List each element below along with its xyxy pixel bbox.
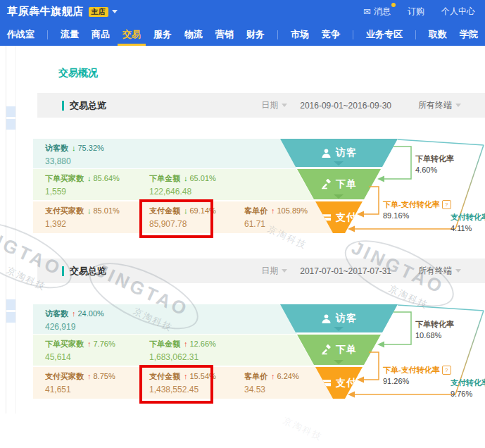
metric-pay-buyers: 支付买家数↑8.75% 41,651 bbox=[45, 371, 115, 394]
main-nav: 作战室 流量 商品 交易 服务 物流 营销 财务 市场 竞争 业务专区 取数 学… bbox=[0, 23, 485, 46]
card-icon bbox=[321, 378, 332, 388]
nav-item-war-room[interactable]: 作战室 bbox=[7, 23, 34, 46]
metric-order-buyers: 下单买家数↑7.76% 45,614 bbox=[45, 339, 115, 362]
pay-rate-value: 4.11% bbox=[451, 224, 472, 232]
trend-arrow: ↑ bbox=[87, 372, 92, 380]
nav-separator bbox=[415, 30, 416, 39]
notification-dot bbox=[391, 3, 396, 7]
metric-order-amount: 下单金额↑12.66% 1,683,062.31 bbox=[149, 339, 216, 362]
chevron-down-icon bbox=[455, 104, 461, 107]
trend-arrow: ↑ bbox=[72, 309, 76, 318]
section-title: 交易总览 bbox=[70, 265, 106, 278]
chevron-down-icon bbox=[282, 104, 287, 107]
terminal-filter-dropdown[interactable]: 所有终端 bbox=[418, 99, 461, 111]
pay-rate-label: 支付转化率 bbox=[451, 378, 485, 388]
messages-link[interactable]: ✉ 消息 bbox=[363, 6, 391, 18]
order-pay-rate-label: 下单-支付转化率 bbox=[383, 365, 451, 375]
date-filter-dropdown[interactable]: 日期 bbox=[261, 99, 287, 111]
main-shop-badge: 主店 bbox=[89, 7, 108, 17]
nav-item-competition[interactable]: 竞争 bbox=[322, 23, 340, 46]
trend-arrow: ↑ bbox=[184, 340, 188, 348]
nav-item-finance[interactable]: 财务 bbox=[246, 23, 265, 46]
gavel-icon bbox=[321, 344, 332, 355]
help-icon[interactable] bbox=[442, 366, 451, 375]
orders-label: 订购 bbox=[408, 6, 424, 18]
metric-order-buyers: 下单买家数↓85.64% 1,559 bbox=[45, 173, 120, 197]
nav-item-logistics[interactable]: 物流 bbox=[184, 23, 203, 46]
metric-value: 1,559 bbox=[45, 187, 120, 197]
shop-name: 草原犇牛旗舰店 bbox=[7, 5, 84, 18]
pay-rate-value: 9.76% bbox=[451, 390, 472, 398]
nav-item-traffic[interactable]: 流量 bbox=[61, 23, 79, 46]
section-header: 交易总览 日期 2017-07-01~2017-07-31 所有终端 bbox=[37, 259, 485, 283]
order-rate-value: 4.60% bbox=[415, 166, 437, 174]
nav-item-marketing[interactable]: 营销 bbox=[215, 23, 234, 46]
metric-order-amount: 下单金额↓65.01% 122,646.48 bbox=[149, 173, 216, 197]
chevron-down-icon bbox=[334, 360, 344, 364]
orders-link[interactable]: 订购 bbox=[408, 6, 424, 18]
metric-value: 1,683,062.31 bbox=[149, 352, 216, 362]
section-controls: 日期 2016-09-01~2016-09-30 所有终端 bbox=[261, 99, 461, 111]
conversion-funnel: 访客 下单 支付 bbox=[280, 139, 398, 233]
personal-center-link[interactable]: 个人中心 bbox=[441, 6, 475, 18]
metric-visitors: 访客数↑24.00% 426,919 bbox=[45, 309, 104, 332]
gavel-icon bbox=[321, 179, 332, 189]
personal-center-label: 个人中心 bbox=[441, 6, 475, 18]
terminal-filter-dropdown[interactable]: 所有终端 bbox=[418, 265, 461, 277]
order-pay-rate-value: 89.16% bbox=[383, 211, 409, 220]
date-filter-dropdown[interactable]: 日期 bbox=[261, 265, 287, 277]
pay-rate-label: 支付转化率 bbox=[451, 212, 485, 223]
date-range-value[interactable]: 2017-07-01~2017-07-31 bbox=[300, 266, 391, 276]
trend-arrow: ↑ bbox=[87, 340, 92, 348]
help-icon[interactable] bbox=[442, 200, 451, 209]
section-title: 交易总览 bbox=[70, 99, 106, 112]
trend-arrow: ↓ bbox=[184, 174, 188, 182]
nav-item-products[interactable]: 商品 bbox=[92, 23, 110, 46]
pay-amount-highlight-box bbox=[139, 199, 213, 238]
messages-label: 消息 bbox=[374, 6, 391, 18]
date-range-value[interactable]: 2016-09-01~2016-09-30 bbox=[300, 101, 391, 111]
metric-value: 41,651 bbox=[45, 385, 115, 394]
nav-separator bbox=[47, 30, 48, 39]
person-icon bbox=[321, 313, 332, 324]
pay-amount-highlight-box bbox=[139, 365, 213, 404]
chevron-down-icon bbox=[334, 194, 344, 199]
trend-arrow: ↓ bbox=[72, 144, 76, 152]
nav-item-data-extract[interactable]: 取数 bbox=[429, 23, 447, 46]
funnel-stage-pay: 支付 bbox=[280, 367, 398, 399]
metric-value: 122,646.48 bbox=[149, 187, 216, 197]
top-bar-right: ✉ 消息 订购 个人中心 bbox=[363, 6, 475, 18]
section-accent-bar bbox=[62, 266, 64, 276]
card-icon bbox=[321, 212, 332, 223]
trend-arrow: ↑ bbox=[271, 372, 275, 380]
transaction-overview-section-2: 交易总览 日期 2017-07-01~2017-07-31 所有终端 访客数↑2… bbox=[0, 259, 485, 408]
chevron-down-icon bbox=[334, 327, 344, 331]
page-title: 交易概况 bbox=[58, 67, 98, 80]
metric-pay-buyers: 支付买家数↓85.01% 1,392 bbox=[45, 206, 120, 229]
nav-separator bbox=[353, 30, 353, 39]
order-pay-rate-label: 下单-支付转化率 bbox=[383, 199, 451, 210]
metric-value: 426,919 bbox=[45, 322, 104, 332]
nav-item-transactions[interactable]: 交易 bbox=[122, 23, 141, 46]
mail-icon: ✉ bbox=[363, 6, 371, 17]
shop-switcher[interactable]: 草原犇牛旗舰店 主店 bbox=[7, 5, 118, 18]
order-rate-label: 下单转化率 bbox=[415, 319, 454, 330]
chevron-down-icon bbox=[112, 10, 118, 13]
trend-arrow: ↓ bbox=[87, 206, 92, 215]
nav-item-market[interactable]: 市场 bbox=[291, 23, 309, 46]
nav-separator bbox=[277, 30, 278, 39]
conversion-funnel: 访客 下单 支付 bbox=[280, 304, 398, 399]
dashboard-page: 草原犇牛旗舰店 主店 ✉ 消息 订购 个人中心 作战室 流量 商品 交易 服务 … bbox=[0, 0, 485, 448]
transaction-overview-section-1: 交易总览 日期 2016-09-01~2016-09-30 所有终端 访客数↓7… bbox=[0, 93, 485, 242]
metric-visitors: 访客数↓75.32% 33,880 bbox=[45, 143, 104, 166]
person-icon bbox=[321, 148, 332, 158]
nav-item-service[interactable]: 服务 bbox=[153, 23, 172, 46]
section-header: 交易总览 日期 2016-09-01~2016-09-30 所有终端 bbox=[37, 93, 485, 118]
nav-item-business-zone[interactable]: 业务专区 bbox=[366, 23, 403, 46]
nav-item-academy[interactable]: 学院 bbox=[460, 23, 478, 46]
order-rate-value: 10.68% bbox=[415, 331, 441, 340]
order-pay-rate-value: 91.26% bbox=[383, 377, 409, 385]
trend-arrow: ↑ bbox=[271, 206, 275, 215]
order-rate-label: 下单转化率 bbox=[415, 154, 454, 164]
trend-arrow: ↓ bbox=[87, 174, 92, 182]
